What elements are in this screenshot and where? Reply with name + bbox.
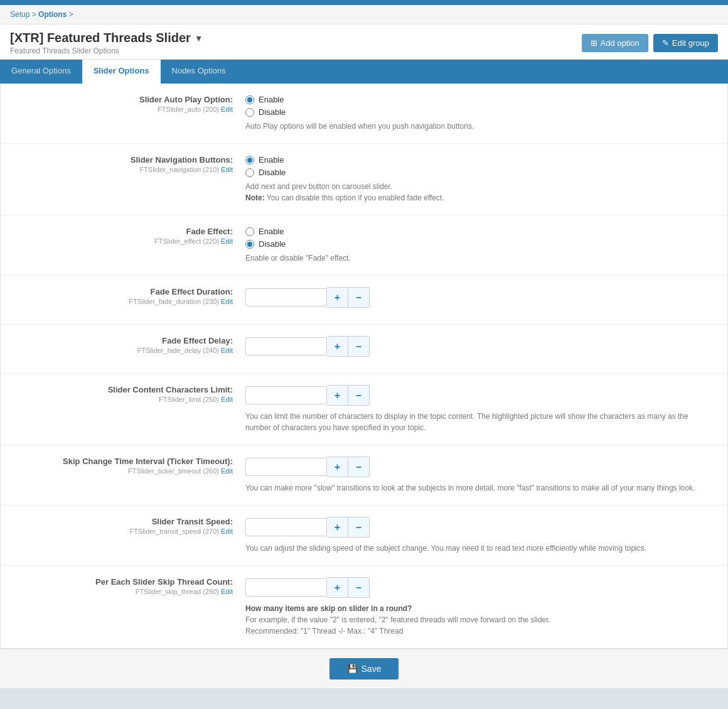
slider-nav-enable-label[interactable]: Enable <box>259 155 284 165</box>
fade-delay-edit-link[interactable]: Edit <box>221 347 233 354</box>
save-button-label: Save <box>361 664 382 674</box>
edit-group-label: Edit group <box>672 38 709 48</box>
transit-speed-input[interactable]: 700 <box>245 518 327 536</box>
tab-slider[interactable]: Slider Options <box>82 60 161 84</box>
slider-auto-play-disable-radio[interactable] <box>245 108 254 117</box>
header-buttons: ⊞ Add option ✎ Edit group <box>582 34 718 52</box>
option-slider-auto-play: Slider Auto Play Option: FTSlider_auto (… <box>1 84 727 144</box>
add-icon: ⊞ <box>591 38 597 48</box>
fade-duration-edit-link[interactable]: Edit <box>221 298 233 305</box>
slider-auto-play-label: Slider Auto Play Option: <box>13 95 233 104</box>
fade-effect-disable-label[interactable]: Disable <box>259 239 286 249</box>
ticker-timeout-meta: FTSlider_ticker_timeout (260) Edit <box>13 467 233 475</box>
fade-duration-label: Fade Effect Duration: <box>13 287 233 296</box>
slider-auto-play-disable-label[interactable]: Disable <box>259 107 286 117</box>
ticker-timeout-input-wrap: 2000 + − <box>245 457 715 477</box>
ticker-timeout-minus-button[interactable]: − <box>348 457 370 477</box>
fade-effect-enable-label[interactable]: Enable <box>259 227 284 236</box>
slider-nav-radio-group: Enable Disable <box>245 155 715 177</box>
slider-nav-meta: FTSlider_navigation (210) Edit <box>13 166 233 173</box>
title-dropdown-arrow[interactable]: ▼ <box>195 33 203 43</box>
edit-icon: ✎ <box>662 38 669 48</box>
option-slider-navigation: Slider Navigation Buttons: FTSlider_navi… <box>1 144 727 215</box>
chars-limit-plus-button[interactable]: + <box>327 385 348 406</box>
skip-thread-edit-link[interactable]: Edit <box>221 588 233 595</box>
slider-auto-play-enable-label[interactable]: Enable <box>259 95 284 104</box>
page-title: [XTR] Featured Threads Slider ▼ <box>10 31 203 45</box>
slider-nav-desc: Add next and prev button on carousel sli… <box>245 181 715 203</box>
slider-nav-edit-link[interactable]: Edit <box>221 166 233 173</box>
content-area: Slider Auto Play Option: FTSlider_auto (… <box>0 84 728 649</box>
fade-delay-minus-button[interactable]: − <box>348 336 370 357</box>
fade-delay-input-wrap: 200 + − <box>245 336 715 357</box>
fade-duration-input[interactable]: 500 <box>245 288 327 306</box>
skip-thread-input-wrap: 1 + − <box>245 577 715 598</box>
fade-effect-desc: Enable or disable "Fade" effect. <box>245 252 715 264</box>
fade-effect-disable-radio[interactable] <box>245 240 254 249</box>
option-fade-duration: Fade Effect Duration: FTSlider_fade_dura… <box>1 276 727 325</box>
fade-duration-meta: FTSlider_fade_duration (230) Edit <box>13 298 233 305</box>
fade-effect-radio-group: Enable Disable <box>245 227 715 249</box>
slider-auto-play-enable-radio[interactable] <box>245 95 254 104</box>
slider-nav-disable-radio[interactable] <box>245 168 254 177</box>
chars-limit-input-wrap: 180 + − <box>245 385 715 406</box>
chars-limit-edit-link[interactable]: Edit <box>221 396 233 403</box>
page-subtitle: Featured Threads Slider Options <box>10 46 203 55</box>
tab-nodes[interactable]: Nodes Options <box>161 60 237 84</box>
option-fade-delay: Fade Effect Delay: FTSlider_fade_delay (… <box>1 325 727 374</box>
transit-speed-minus-button[interactable]: − <box>348 517 370 538</box>
ticker-timeout-input[interactable]: 2000 <box>245 458 327 476</box>
ticker-timeout-edit-link[interactable]: Edit <box>221 467 233 475</box>
skip-thread-plus-button[interactable]: + <box>327 577 348 598</box>
ticker-timeout-label: Skip Change Time Interval (Ticker Timeou… <box>13 457 233 466</box>
slider-auto-play-meta: FTSlider_auto (200) Edit <box>13 106 233 113</box>
tab-general[interactable]: General Options <box>0 60 82 84</box>
ticker-timeout-plus-button[interactable]: + <box>327 457 348 477</box>
add-option-button[interactable]: ⊞ Add option <box>582 34 648 52</box>
slider-nav-disable-label[interactable]: Disable <box>259 168 286 177</box>
slider-nav-enable-radio[interactable] <box>245 156 254 165</box>
skip-thread-meta: FTSlider_skip_thread (280) Edit <box>13 588 233 595</box>
breadcrumb: Setup > Options > <box>0 5 728 24</box>
skip-thread-desc-bold: How many items are skip on slider in a r… <box>245 604 412 613</box>
breadcrumb-sep1: > <box>32 10 38 19</box>
skip-thread-input[interactable]: 1 <box>245 578 327 597</box>
transit-speed-meta: FTSlider_transit_speed (270) Edit <box>13 528 233 535</box>
slider-nav-note-bold: Note: <box>245 193 265 202</box>
transit-speed-desc: You can adjust the sliding speed of the … <box>245 543 715 554</box>
transit-speed-plus-button[interactable]: + <box>327 517 348 538</box>
fade-effect-enable-radio[interactable] <box>245 227 254 236</box>
page-title-text: [XTR] Featured Threads Slider <box>10 31 191 45</box>
chars-limit-meta: FTSlider_limit (250) Edit <box>13 396 233 403</box>
skip-thread-label: Per Each Slider Skip Thread Count: <box>13 577 233 587</box>
add-option-label: Add option <box>601 38 640 48</box>
option-ticker-timeout: Skip Change Time Interval (Ticker Timeou… <box>1 445 727 506</box>
save-icon: 💾 <box>347 664 358 674</box>
fade-delay-input[interactable]: 200 <box>245 337 327 355</box>
transit-speed-edit-link[interactable]: Edit <box>221 528 233 535</box>
save-button[interactable]: 💾 Save <box>329 658 399 679</box>
option-fade-effect: Fade Effect: FTSlider_effect (220) Edit … <box>1 215 727 276</box>
chars-limit-desc: You can limit the number of characters t… <box>245 411 715 433</box>
slider-nav-label: Slider Navigation Buttons: <box>13 155 233 165</box>
slider-auto-play-edit-link[interactable]: Edit <box>221 106 233 113</box>
ticker-timeout-desc: You can make more "slow" transitions to … <box>245 482 715 494</box>
breadcrumb-setup[interactable]: Setup <box>10 10 29 19</box>
option-transit-speed: Slider Transit Speed: FTSlider_transit_s… <box>1 506 727 566</box>
chars-limit-minus-button[interactable]: − <box>348 385 370 406</box>
breadcrumb-options[interactable]: Options <box>38 10 67 19</box>
chars-limit-input[interactable]: 180 <box>245 386 327 404</box>
fade-effect-label: Fade Effect: <box>13 227 233 236</box>
fade-effect-edit-link[interactable]: Edit <box>221 237 233 245</box>
fade-duration-plus-button[interactable]: + <box>327 287 348 308</box>
fade-duration-minus-button[interactable]: − <box>348 287 370 308</box>
skip-thread-minus-button[interactable]: − <box>348 577 370 598</box>
skip-thread-desc-text: For example, if the value "2" is entered… <box>245 615 550 624</box>
fade-delay-plus-button[interactable]: + <box>327 336 348 357</box>
chars-limit-label: Slider Content Characters Limit: <box>13 385 233 394</box>
edit-group-button[interactable]: ✎ Edit group <box>653 34 718 52</box>
save-bar: 💾 Save <box>0 649 728 688</box>
option-chars-limit: Slider Content Characters Limit: FTSlide… <box>1 374 727 445</box>
option-skip-thread-count: Per Each Slider Skip Thread Count: FTSli… <box>1 566 727 648</box>
page-header: [XTR] Featured Threads Slider ▼ Featured… <box>0 24 728 60</box>
